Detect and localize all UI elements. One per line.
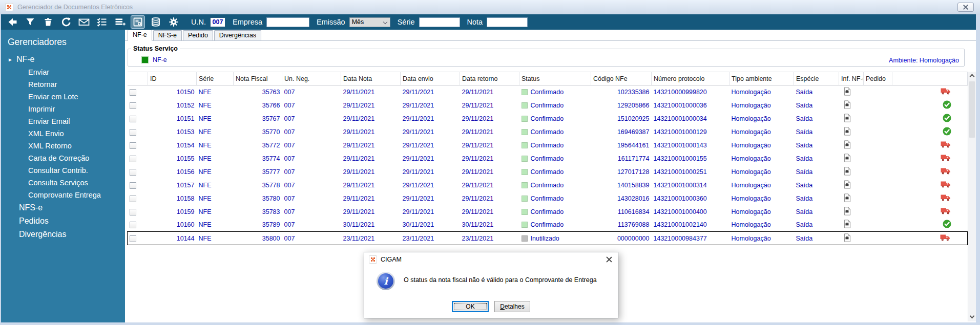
nfe-info-icon[interactable] [843,170,851,177]
sidebar-item-enviar[interactable]: Enviar [1,66,125,78]
sidebar-item-nfe[interactable]: ► NF-e [1,53,125,66]
column-header-inf-nf-e[interactable]: Inf. NF-e [839,72,864,85]
nfe-info-icon[interactable] [843,143,851,150]
sidebar-item-consultar-contrib-[interactable]: Consultar Contrib. [1,164,125,177]
cell-status: Confirmado [519,139,591,152]
status-swatch [522,129,528,135]
table-row[interactable]: 10158NFE3578000729/11/202129/11/202129/1… [128,192,968,205]
sidebar-item-consulta-servi-os[interactable]: Consulta Serviços [1,177,125,189]
nfe-info-icon[interactable] [843,103,851,111]
email-icon[interactable] [77,15,91,29]
row-checkbox[interactable] [130,116,136,122]
tab-nf-e[interactable]: NF-e [128,30,152,41]
column-header-un-neg-[interactable]: Un. Neg. [282,72,341,85]
nfe-info-icon[interactable] [843,183,851,190]
column-header-c-digo-nfe[interactable]: Código NFe [591,72,652,85]
column-header-nota-fiscal[interactable]: Nota Fiscal [234,72,282,85]
tab-diverg-ncias[interactable]: Divergências [214,30,261,40]
column-header-s-rie[interactable]: Série [197,72,234,85]
database-icon[interactable] [149,15,163,29]
column-header-data-retorno[interactable]: Data retorno [460,72,519,85]
row-checkbox[interactable] [130,209,136,215]
settings-icon[interactable] [166,15,181,29]
column-header-esp-cie[interactable]: Espécie [794,72,839,85]
nfe-info-icon[interactable] [843,90,851,97]
column-header-tipo-ambiente[interactable]: Tipo ambiente [729,72,794,85]
row-checkbox[interactable] [130,156,136,162]
serie-input[interactable] [419,17,460,27]
tab-nfs-e[interactable]: NFS-e [153,30,182,40]
filter-icon[interactable] [23,15,37,29]
refresh-icon[interactable] [59,15,73,29]
sidebar-item-imprimir[interactable]: Imprimir [1,103,125,115]
cell-inf-nfe [839,165,864,179]
row-checkbox[interactable] [130,129,136,136]
cigam-logo-icon [5,3,13,11]
sidebar-item-enviar-em-lote[interactable]: Enviar em Lote [1,91,125,103]
table-row[interactable]: 10150NFE3576300729/11/202129/11/202129/1… [128,85,968,99]
column-header-data-envio[interactable]: Data envio [401,72,460,85]
sidebar-item-retornar[interactable]: Retornar [1,78,125,91]
emissao-select[interactable]: Mês [349,17,390,27]
nfe-info-icon[interactable] [843,117,851,124]
delete-icon[interactable] [41,15,55,29]
dialog-close-icon[interactable] [605,255,613,264]
scroll-up-button[interactable] [968,72,976,80]
sidebar-item-carta-de-corre-o[interactable]: Carta de Correção [1,152,125,164]
row-checkbox[interactable] [130,235,136,242]
scroll-down-button[interactable] [968,313,976,321]
table-row[interactable]: 10154NFE3577200729/11/202129/11/202129/1… [128,139,968,152]
scrollbar-thumb[interactable] [969,81,975,138]
cell-serie: NFE [197,99,234,112]
sidebar-item-xml-envio[interactable]: XML Envio [1,127,125,140]
sidebar-item-nfs-e[interactable]: NFS-e [1,201,125,214]
nota-input[interactable] [487,17,528,27]
table-row[interactable]: 10152NFE3576600729/11/202129/11/202129/1… [128,99,968,112]
table-row[interactable]: 10160NFE3578900730/11/202130/11/202130/1… [128,219,968,232]
un-input[interactable] [210,17,225,27]
delivery-receipt-icon[interactable] [131,15,145,29]
row-checkbox[interactable] [130,89,136,96]
nfe-info-icon[interactable] [843,130,851,137]
ok-button[interactable]: OK [452,301,489,312]
table-row[interactable]: 10144NFE3580000723/11/202123/11/202123/1… [128,232,968,245]
tab-pedido[interactable]: Pedido [183,30,213,40]
column-header-status[interactable]: Status [519,72,591,85]
sidebar-item-xml-retorno[interactable]: XML Retorno [1,140,125,152]
table-row[interactable]: 10151NFE3576700729/11/202129/11/202129/1… [128,112,968,125]
row-checkbox[interactable] [130,222,136,228]
sidebar-item-comprovante-entrega[interactable]: Comprovante Entrega [1,189,125,201]
nfe-info-icon[interactable] [843,157,851,164]
column-header-data-nota[interactable]: Data Nota [341,72,401,85]
back-icon[interactable] [5,15,19,29]
sidebar-item-enviar-email[interactable]: Enviar Email [1,115,125,127]
row-checkbox[interactable] [130,182,136,189]
cell-data-retorno: 29/11/2021 [460,139,519,152]
sidebar-item-diverg-ncias[interactable]: Divergências [1,228,125,241]
cell-especie: Saída [794,192,839,205]
window-close-button[interactable] [957,3,974,12]
empresa-input[interactable] [266,17,309,27]
row-checkbox[interactable] [130,196,136,202]
nfe-info-icon[interactable] [843,210,851,217]
column-header-id[interactable]: ID [148,72,197,85]
vertical-scrollbar[interactable] [968,72,976,321]
nfe-info-icon[interactable] [843,236,851,244]
checklist-icon[interactable] [95,15,109,29]
column-header-n-mero-protocolo[interactable]: Número protocolo [652,72,729,85]
table-row[interactable]: 10155NFE3577400729/11/202129/11/202129/1… [128,152,968,165]
add-list-icon[interactable] [113,15,127,29]
cell-select [128,205,148,219]
nfe-info-icon[interactable] [843,197,851,204]
table-row[interactable]: 10159NFE3578300729/11/202129/11/202129/1… [128,205,968,219]
row-checkbox[interactable] [130,102,136,109]
table-row[interactable]: 10157NFE3577800729/11/202129/11/202129/1… [128,179,968,192]
row-checkbox[interactable] [130,142,136,149]
sidebar-item-pedidos[interactable]: Pedidos [1,214,125,228]
column-header-pedido[interactable]: Pedido [864,72,892,85]
table-row[interactable]: 10156NFE3577700729/11/202129/11/202129/1… [128,165,968,179]
table-row[interactable]: 10153NFE3577000729/11/202129/11/202129/1… [128,125,968,139]
details-button[interactable]: Detalhes [494,301,530,312]
nfe-info-icon[interactable] [843,223,851,230]
row-checkbox[interactable] [130,169,136,176]
